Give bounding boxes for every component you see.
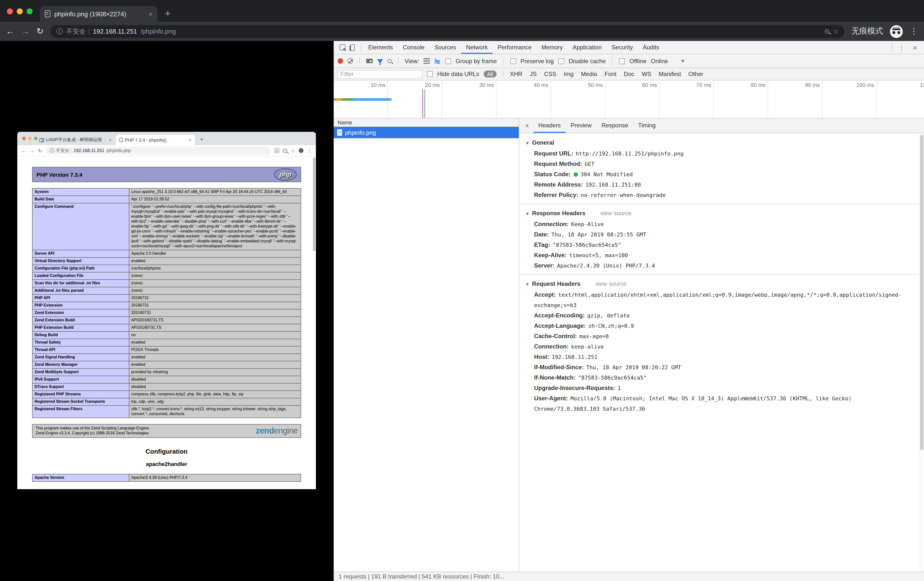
browser-menu-icon[interactable]: ⋮ — [910, 26, 918, 36]
devtools-tab[interactable]: Memory — [536, 41, 568, 54]
detail-tab[interactable]: Timing — [633, 119, 660, 133]
phpinfo-key: Server API — [32, 250, 129, 257]
filter-type[interactable]: Other — [688, 71, 703, 78]
header-value: Apache/2.4.39 (Unix) PHP/7.3.4 — [557, 262, 655, 269]
detail-close-icon[interactable]: × — [519, 122, 533, 129]
view-source-link[interactable]: view source — [595, 281, 627, 287]
response-headers-title[interactable]: ▼Response Headersview source — [525, 208, 915, 219]
timeline-tick-label: 110 — [877, 81, 924, 118]
collapse-triangle-icon[interactable]: ▼ — [525, 211, 530, 216]
header-name: Date: — [534, 231, 549, 238]
group-by-frame-checkbox[interactable] — [445, 58, 451, 64]
page-icon — [45, 10, 50, 17]
close-window-button[interactable] — [7, 8, 13, 14]
filter-all-pill[interactable]: All — [483, 71, 496, 78]
phpinfo-key: Additional .ini files parsed — [32, 287, 129, 294]
header-row: Host:192.168.11.251 — [534, 352, 915, 362]
network-overview-timeline[interactable]: 10 ms 20 ms 30 ms 40 ms 50 ms 60 ms 70 m… — [334, 81, 924, 119]
hide-data-urls-label: Hide data URLs — [437, 71, 479, 78]
headers-scrollbar-thumb[interactable] — [920, 135, 924, 450]
phpinfo-value: Apr 17 2019 01:39:52 — [129, 196, 301, 203]
filter-type[interactable]: Media — [581, 71, 597, 78]
forward-button[interactable]: → — [21, 26, 30, 36]
list-view-icon[interactable] — [424, 58, 430, 64]
phpinfo-value: tcp, udp, unix, udg — [129, 398, 301, 406]
fullscreen-window-button[interactable] — [26, 8, 33, 14]
header-name: Server: — [534, 262, 554, 269]
clear-button[interactable] — [348, 58, 353, 64]
reload-button[interactable]: ↻ — [36, 26, 44, 36]
phpinfo-key: Zend Extension Build — [32, 317, 129, 324]
detail-tab[interactable]: Headers — [533, 119, 566, 133]
minimize-window-button[interactable] — [17, 8, 23, 14]
collapse-triangle-icon[interactable]: ▼ — [525, 282, 530, 287]
collapse-triangle-icon[interactable]: ▼ — [525, 141, 530, 145]
waterfall-view-icon[interactable] — [434, 58, 441, 64]
new-tab-button[interactable]: + — [165, 7, 170, 20]
info-icon[interactable]: ⓘ — [56, 27, 63, 36]
browser-toolbar: ← → ↻ ⓘ 不安全 192.168.11.251 /phpinfo.png … — [0, 22, 924, 41]
phpinfo-key: Zend Extension — [32, 309, 129, 317]
header-row: If-None-Match:"87583-586c9ac654ca5" — [534, 373, 915, 383]
hide-data-urls-checkbox[interactable] — [427, 71, 433, 77]
devtools-tab[interactable]: Network — [461, 41, 493, 54]
headers-scrollbar[interactable] — [919, 134, 924, 572]
device-toolbar-icon[interactable] — [350, 44, 355, 51]
devtools-menu-icon[interactable]: ⋮ — [894, 44, 909, 51]
image-scrollbar-thumb — [313, 157, 315, 251]
detail-tab[interactable]: Response — [597, 119, 633, 133]
name-column-header[interactable]: Name — [334, 119, 519, 127]
throttling-caret-icon[interactable]: ▼ — [680, 58, 685, 64]
browser-tab[interactable]: phpinfo.png (1908×2274) × — [40, 6, 157, 22]
devtools-tab[interactable]: Console — [398, 41, 429, 54]
devtools-close-icon[interactable]: × — [909, 43, 921, 51]
screenshot-capture-icon[interactable] — [366, 59, 373, 63]
view-source-link[interactable]: view source — [600, 210, 632, 217]
throttling-dropdown[interactable]: Online — [651, 58, 668, 64]
filter-type[interactable]: WS — [642, 71, 651, 78]
phpinfo-value: 20180731 — [129, 302, 301, 309]
phpinfo-value: POSIX Threads — [129, 346, 301, 354]
record-button[interactable] — [338, 58, 343, 64]
preserve-log-checkbox[interactable] — [510, 58, 516, 64]
file-icon — [337, 129, 342, 136]
filter-type[interactable]: Img — [564, 71, 574, 78]
detail-tab[interactable]: Preview — [566, 119, 597, 133]
zoom-out-icon[interactable] — [825, 29, 830, 33]
image-tab-phpinfo: PHP 7.3.4 - phpinfo() × — [116, 135, 195, 145]
phpinfo-row: PHP Extension Build API20180731,TS — [32, 324, 301, 332]
window-controls[interactable] — [7, 8, 33, 14]
inspect-element-icon[interactable] — [340, 45, 345, 50]
address-bar[interactable]: ⓘ 不安全 192.168.11.251 /phpinfo.png ☆ — [51, 25, 845, 38]
filter-icon[interactable] — [377, 59, 383, 63]
devtools-tab[interactable]: Sources — [429, 41, 461, 54]
header-row: Accept-Language:zh-CN,zh;q=0.9 — [534, 321, 915, 331]
filter-type[interactable]: JS — [530, 71, 537, 78]
devtools-tab[interactable]: Audits — [638, 41, 664, 54]
filter-type[interactable]: CSS — [544, 71, 556, 78]
filter-type[interactable]: Manifest — [659, 71, 681, 78]
devtools-tab[interactable]: Performance — [493, 41, 536, 54]
filter-type[interactable]: XHR — [510, 71, 523, 78]
search-icon[interactable] — [388, 59, 391, 63]
offline-checkbox[interactable] — [619, 58, 625, 64]
header-value: no-referrer-when-downgrade — [581, 192, 666, 198]
disable-cache-checkbox[interactable] — [558, 58, 564, 64]
devtools-tab[interactable]: Elements — [363, 41, 398, 54]
bookmark-star-icon[interactable]: ☆ — [833, 28, 838, 35]
header-row: Server:Apache/2.4.39 (Unix) PHP/7.3.4 — [534, 261, 915, 271]
phpinfo-value: no — [129, 332, 301, 339]
filter-type[interactable]: Font — [604, 71, 616, 78]
filter-input[interactable] — [338, 70, 422, 78]
phpinfo-row: Zend Memory Manager enabled — [32, 361, 301, 368]
request-row-phpinfo[interactable]: phpinfo.png — [334, 127, 519, 138]
back-button[interactable]: ← — [6, 26, 14, 36]
devtools-tab[interactable]: Security — [607, 41, 638, 54]
phpinfo-key: Thread Safety — [32, 339, 129, 346]
general-section-title[interactable]: ▼General — [525, 137, 915, 149]
tab-close-icon[interactable]: × — [149, 10, 152, 18]
filter-type[interactable]: Doc — [624, 71, 634, 78]
devtools-tab[interactable]: Application — [568, 41, 606, 54]
header-name: Keep-Alive: — [534, 252, 567, 259]
request-headers-title[interactable]: ▼Request Headersview source — [525, 278, 915, 290]
